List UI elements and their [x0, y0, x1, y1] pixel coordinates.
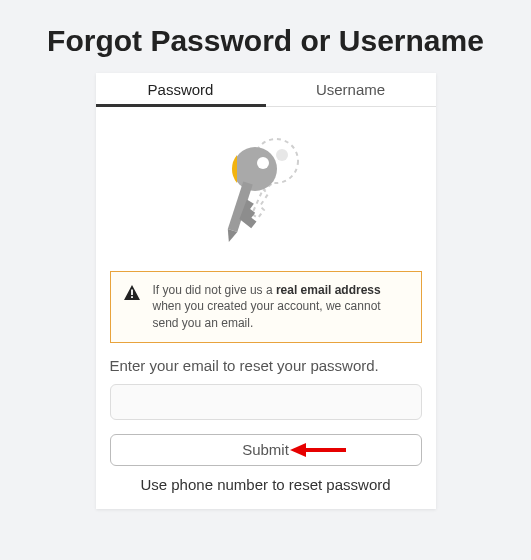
warning-box: If you did not give us a real email addr… [110, 271, 422, 343]
prompt-text: Enter your email to reset your password. [110, 357, 422, 374]
svg-point-1 [276, 149, 288, 161]
email-input[interactable] [110, 384, 422, 420]
forgot-card: Password Username [96, 73, 436, 509]
tab-bar: Password Username [96, 73, 436, 107]
warning-icon [123, 284, 141, 302]
warning-text-bold: real email address [276, 283, 381, 297]
svg-point-2 [257, 157, 269, 169]
key-illustration [110, 125, 422, 257]
tab-username[interactable]: Username [266, 73, 436, 107]
submit-row: Submit [110, 434, 422, 466]
warning-text-post: when you created your account, we cannot… [153, 299, 381, 330]
key-icon [201, 131, 331, 251]
card-body: If you did not give us a real email addr… [96, 107, 436, 509]
svg-rect-7 [131, 296, 133, 298]
warning-text-pre: If you did not give us a [153, 283, 276, 297]
warning-text: If you did not give us a real email addr… [153, 282, 409, 332]
submit-button[interactable]: Submit [110, 434, 422, 466]
page-title: Forgot Password or Username [0, 0, 531, 73]
svg-rect-6 [131, 289, 133, 295]
use-phone-link[interactable]: Use phone number to reset password [110, 476, 422, 493]
tab-password[interactable]: Password [96, 73, 266, 107]
